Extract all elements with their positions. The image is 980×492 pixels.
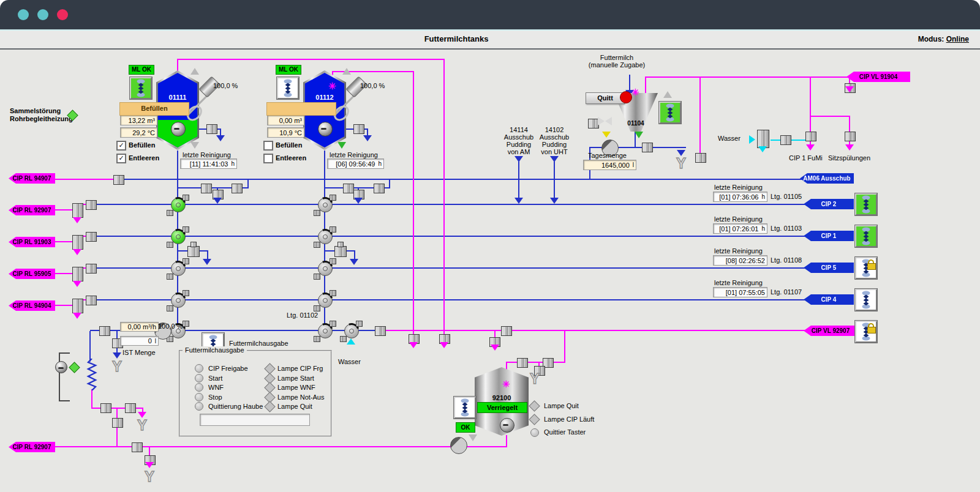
tank92100-ok-badge: OK [456, 422, 475, 433]
wasser-left-label: Wasser [338, 358, 361, 365]
quitt-button[interactable]: Quitt [586, 92, 625, 104]
indicator-triangle-icon [190, 142, 199, 149]
tag-cip-1[interactable]: CIP 1 [804, 231, 854, 241]
funnel-valve-cluster[interactable] [659, 102, 681, 124]
valve-cluster-glyph [859, 195, 873, 214]
elbow-valve[interactable] [72, 235, 83, 250]
pipe-valve[interactable] [86, 232, 97, 242]
tank-bottom-valve[interactable] [171, 122, 186, 136]
tag-am06-ausschub[interactable]: AM06 Ausschub [800, 173, 854, 184]
funnel-id: 01104 [614, 120, 658, 127]
window-dot-2[interactable] [37, 9, 48, 20]
pipe [91, 204, 810, 205]
ausgabe-message-input[interactable] [200, 414, 310, 426]
tank-bottom-valve[interactable] [500, 418, 514, 433]
tank2-valve-cluster[interactable] [277, 77, 299, 99]
tag-cip-4[interactable]: CIP 4 [804, 294, 854, 305]
tank1-befuellen-checkbox[interactable]: ✓ [116, 141, 126, 151]
pipe-valve[interactable] [517, 358, 528, 368]
tag-cip-rl-94904[interactable]: CIP RL 94904 [9, 300, 55, 311]
pipe [55, 241, 74, 242]
elbow-valve[interactable] [72, 203, 83, 218]
pipe-valve[interactable] [125, 403, 136, 413]
row2-reinigung-label: letzte Reinigung [714, 215, 763, 223]
pipe-valve[interactable] [374, 184, 385, 193]
cip1-valve-cluster[interactable] [855, 225, 877, 247]
pipe-valve[interactable] [845, 132, 856, 141]
pipe-valve[interactable] [375, 326, 386, 336]
pipe-valve[interactable] [86, 264, 97, 274]
tag-cip-5[interactable]: CIP 5 [804, 263, 854, 273]
cip2-valve-cluster[interactable] [855, 193, 877, 215]
modus-online-link[interactable]: Online [946, 35, 969, 43]
pipe-valve[interactable] [86, 296, 97, 305]
pipe-valve[interactable] [353, 124, 364, 134]
pipe [518, 162, 519, 199]
window-dot-close[interactable] [57, 9, 68, 20]
tank1-id: 01111 [156, 94, 199, 101]
valve-actuator [330, 226, 336, 233]
tag-cip-rl-91903[interactable]: CIP RL 91903 [9, 237, 55, 247]
tank92100-valve-cluster[interactable] [454, 397, 476, 419]
vent-valve[interactable] [187, 246, 200, 257]
pipe-valve[interactable] [100, 403, 111, 413]
valve-cluster-glyph [663, 103, 677, 122]
tag-cip-vl-91904[interactable]: CIP VL 91904 [846, 72, 910, 82]
vent-valve[interactable] [334, 246, 347, 257]
tag-cip-rl-92907[interactable]: CIP RL 92907 [9, 205, 55, 215]
pipe [849, 116, 850, 146]
start-button[interactable] [195, 374, 203, 382]
cipvl92907-valve-cluster[interactable] [855, 321, 877, 343]
pipe [177, 59, 445, 60]
valve-actuator [167, 210, 173, 216]
tank1-entleeren-label: Entleeren [129, 154, 159, 162]
cip-freigabe-button[interactable] [195, 364, 203, 373]
heater-status-diamond [69, 362, 80, 373]
pipe-valve[interactable] [501, 326, 512, 336]
pipe [59, 352, 60, 401]
cip4-valve-cluster[interactable] [855, 289, 877, 311]
pipe [810, 76, 811, 117]
bowtie-valve-icon[interactable] [605, 117, 612, 125]
pipe-valve[interactable] [132, 442, 143, 452]
pipe-valve[interactable] [112, 418, 123, 428]
tag-cip-rl-92907-bottom[interactable]: CIP RL 92907 [9, 442, 55, 452]
lampe-quit-92100-label: Lampe Quit [544, 402, 579, 409]
pipe-valve[interactable] [805, 132, 816, 141]
pipe-valve[interactable] [86, 200, 97, 210]
tag-cip-vl-92907[interactable]: CIP VL 92907 [804, 326, 858, 336]
flow-arrow-icon [350, 259, 358, 265]
tank1-entleeren-checkbox[interactable]: ✓ [116, 154, 126, 163]
pipe-valve[interactable] [642, 143, 653, 152]
pipe-valve[interactable] [206, 124, 217, 134]
window-dot-1[interactable] [18, 9, 29, 20]
pipe-valve[interactable] [780, 135, 791, 145]
tag-cip-rl-95905[interactable]: CIP RL 95905 [9, 269, 55, 279]
pipe-valve[interactable] [201, 184, 212, 193]
tank1-valve-cluster[interactable] [130, 77, 152, 99]
pipe-valve[interactable] [99, 326, 110, 336]
tank2-entleeren-checkbox[interactable] [263, 154, 273, 163]
valve-actuator [356, 321, 363, 327]
elbow-valve[interactable] [72, 267, 83, 281]
stop-button[interactable] [195, 393, 203, 401]
quittierung-haube-button[interactable] [195, 402, 203, 411]
cip5-valve-cluster[interactable] [855, 257, 877, 279]
pipe-valve[interactable] [232, 184, 243, 193]
tag-cip-2[interactable]: CIP 2 [804, 199, 854, 209]
bowtie-valve-icon[interactable] [598, 117, 605, 125]
pipe-valve[interactable] [113, 175, 124, 185]
pipe-valve[interactable] [695, 153, 706, 163]
pipe [413, 71, 414, 335]
water-inlet-component[interactable] [757, 130, 769, 148]
tank-bottom-valve[interactable] [318, 122, 333, 136]
quittier-taster-button[interactable] [530, 428, 539, 437]
elbow-valve[interactable] [72, 299, 83, 313]
row1-reinigung-label: letzte Reinigung [714, 184, 763, 191]
tank2-befuellen-checkbox[interactable] [263, 141, 273, 151]
valve-actuator [314, 274, 320, 280]
pipe-valve[interactable] [343, 184, 354, 193]
wnf-button[interactable] [195, 383, 203, 392]
pump[interactable] [450, 437, 467, 454]
tag-cip-rl-94907[interactable]: CIP RL 94907 [9, 173, 55, 184]
